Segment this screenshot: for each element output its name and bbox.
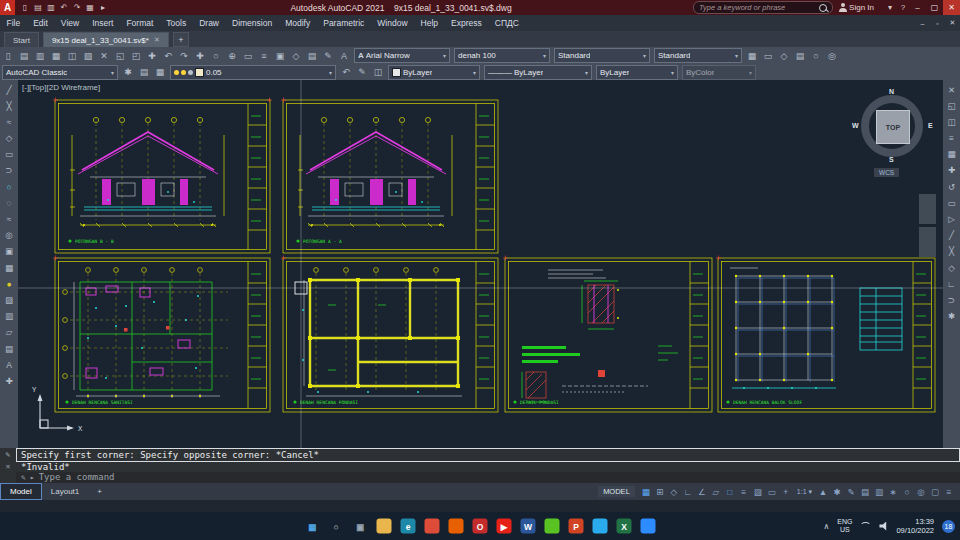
menu-item[interactable]: Window — [371, 15, 414, 31]
sheet-denah-sanitasi[interactable]: DENAH RENCANA SANITASI — [53, 256, 270, 413]
match-properties-icon[interactable]: ✚ — [144, 49, 160, 63]
fillet-tool-icon[interactable]: ⊃ — [944, 293, 959, 306]
plot-icon[interactable]: ▦ — [48, 49, 64, 63]
new-tab-button[interactable]: + — [173, 32, 189, 47]
chevron-down-icon[interactable]: ▾ — [671, 69, 674, 76]
menu-item[interactable]: Express — [445, 15, 489, 31]
layer-on-icon[interactable] — [174, 70, 179, 75]
circle-tool-icon[interactable]: ○ — [2, 180, 17, 193]
sheet-denah-balok-sloof[interactable]: DENAH RENCANA BALOK SLOOF — [716, 256, 935, 413]
dynamic-input-toggle[interactable]: + — [779, 485, 793, 498]
chrome-icon[interactable] — [425, 519, 440, 534]
zoom-realtime-icon[interactable]: ○ — [208, 49, 224, 63]
tab-close-icon[interactable]: ✕ — [154, 36, 160, 44]
autocad-logo-icon[interactable]: A — [0, 0, 15, 15]
youtube-icon[interactable]: ▶ — [497, 519, 512, 534]
properties-icon[interactable]: ≡ — [256, 49, 272, 63]
lineweight-toggle[interactable]: ≡ — [737, 485, 751, 498]
grid-toggle[interactable]: ▦ — [639, 485, 653, 498]
annotation-monitor-icon[interactable]: ✎ — [844, 485, 858, 498]
table-icon[interactable]: ▦ — [744, 49, 760, 63]
qat-open-icon[interactable]: ▤ — [32, 2, 44, 14]
hidden-icons-chevron[interactable]: ∧ — [823, 522, 829, 531]
dim-style-combo[interactable]: denah 100 ▾ — [454, 48, 550, 63]
array-tool-icon[interactable]: ▦ — [944, 148, 959, 161]
menu-item[interactable]: File — [0, 15, 27, 31]
xref-icon[interactable]: ▤ — [792, 49, 808, 63]
ortho-toggle[interactable]: ∟ — [681, 485, 695, 498]
lock-ui-icon[interactable]: ∗ — [886, 485, 900, 498]
text-style-combo[interactable]: A Arial Narrow ▾ — [354, 48, 450, 63]
search-box[interactable]: Type a keyword or phrase — [693, 1, 833, 14]
file-explorer-icon[interactable] — [377, 519, 392, 534]
cut-icon[interactable]: ✕ — [96, 49, 112, 63]
taskbar-clock[interactable]: 13:39 09/10/2022 — [896, 517, 934, 536]
tab-layout1[interactable]: Layout1 — [42, 484, 88, 499]
polar-toggle[interactable]: ∠ — [695, 485, 709, 498]
layer-previous-icon[interactable]: ↶ — [338, 65, 354, 79]
compass-south[interactable]: S — [889, 156, 894, 163]
powerpoint-icon[interactable]: P — [569, 519, 584, 534]
osnap-toggle[interactable]: □ — [723, 485, 737, 498]
zoom-window-icon[interactable]: ⊕ — [224, 49, 240, 63]
paste-icon[interactable]: ◰ — [128, 49, 144, 63]
command-customize-icon[interactable]: ✎ — [21, 473, 26, 482]
polygon-tool-icon[interactable]: ◇ — [2, 132, 17, 145]
viewcube[interactable]: TOP N S W E — [856, 90, 928, 162]
chevron-down-icon[interactable]: ▾ — [329, 69, 332, 76]
quickcalc-icon[interactable]: A — [336, 49, 352, 63]
wcs-menu[interactable]: WCS — [874, 168, 899, 177]
layer-states-icon[interactable]: ▦ — [152, 65, 168, 79]
chevron-down-icon[interactable]: ▾ — [111, 69, 114, 76]
menu-item[interactable]: Modify — [279, 15, 317, 31]
make-current-icon[interactable]: ✎ — [354, 65, 370, 79]
wechat-icon[interactable] — [545, 519, 560, 534]
color-combo[interactable]: ByLayer ▾ — [388, 65, 480, 80]
close-button[interactable]: ✕ — [943, 0, 960, 15]
scrollbar-thumb[interactable] — [919, 194, 936, 224]
erase-tool-icon[interactable]: ✕ — [944, 83, 959, 96]
line-tool-icon[interactable]: ╱ — [2, 83, 17, 96]
add-layout-button[interactable]: + — [88, 484, 111, 499]
tab-start[interactable]: Start — [4, 32, 39, 47]
move-tool-icon[interactable]: ✚ — [944, 164, 959, 177]
table-tool-icon[interactable]: ▤ — [2, 342, 17, 355]
minimize-button[interactable]: – — [909, 0, 926, 15]
layer-freeze-icon[interactable] — [181, 70, 186, 75]
help-icon[interactable]: ? — [897, 2, 909, 14]
isodraft-toggle[interactable]: ▱ — [709, 485, 723, 498]
design-center-icon[interactable]: ▣ — [272, 49, 288, 63]
menu-item[interactable]: View — [54, 15, 85, 31]
qat-save-icon[interactable]: ▥ — [45, 2, 57, 14]
snap-toggle[interactable]: ⊞ — [653, 485, 667, 498]
table-style-combo[interactable]: Standard ▾ — [554, 48, 650, 63]
offset-tool-icon[interactable]: ≡ — [944, 132, 959, 145]
maximize-button[interactable]: ▢ — [926, 0, 943, 15]
telegram-icon[interactable] — [593, 519, 608, 534]
sheet-potongan-a-a[interactable]: POTONGAN A - A — [281, 98, 498, 254]
ellipse-tool-icon[interactable]: ◎ — [2, 229, 17, 242]
chevron-down-icon[interactable]: ▾ — [735, 52, 738, 59]
explode-tool-icon[interactable]: ✱ — [944, 310, 959, 323]
graphics-performance-icon[interactable]: ◎ — [914, 485, 928, 498]
compass-east[interactable]: E — [928, 122, 933, 129]
chevron-down-icon[interactable]: ▾ — [585, 69, 588, 76]
scrollbar-thumb[interactable] — [919, 227, 936, 257]
tool-palettes-icon[interactable]: ◇ — [288, 49, 304, 63]
command-edit-icon[interactable]: ✎ — [6, 450, 11, 459]
menu-item[interactable]: Tools — [160, 15, 193, 31]
annotation-scale-button[interactable]: 1:1 ▾ — [794, 488, 815, 496]
isolate-objects-icon[interactable]: ○ — [900, 485, 914, 498]
transparency-toggle[interactable]: ▨ — [751, 485, 765, 498]
search-button[interactable]: ○ — [329, 519, 344, 534]
point-tool-icon[interactable]: ● — [2, 277, 17, 290]
menu-item[interactable]: Insert — [86, 15, 120, 31]
menu-item[interactable]: Format — [120, 15, 160, 31]
addselect-tool-icon[interactable]: ✚ — [2, 374, 17, 387]
model-space-canvas[interactable]: POTONGAN B - B — [18, 80, 943, 448]
chevron-down-icon[interactable]: ▾ — [543, 52, 546, 59]
break-tool-icon[interactable]: ◇ — [944, 261, 959, 274]
text-tool-icon[interactable]: A — [2, 358, 17, 371]
undo-icon[interactable]: ↶ — [160, 49, 176, 63]
rotate-tool-icon[interactable]: ↺ — [944, 180, 959, 193]
